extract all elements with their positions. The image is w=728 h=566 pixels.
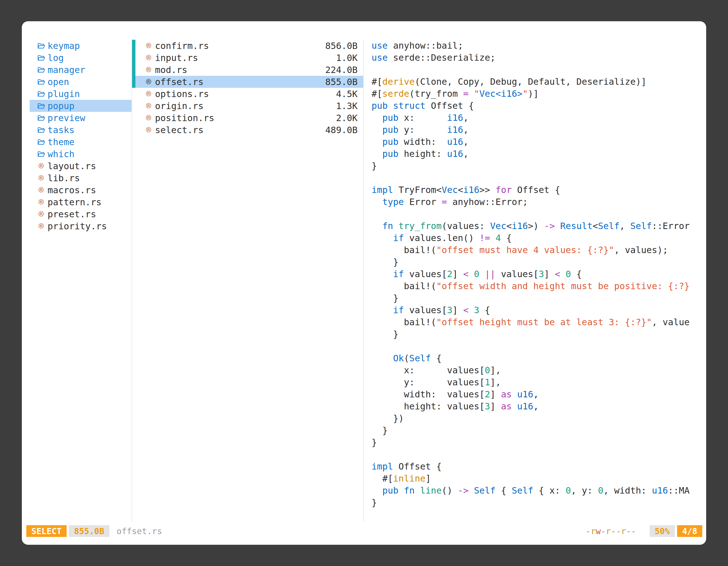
entry-label: priority.rs <box>48 221 107 232</box>
sidebar-item-pattern-rs[interactable]: ®pattern.rs <box>30 196 131 208</box>
entry-label: confirm.rs <box>155 41 209 51</box>
file-item-confirm-rs[interactable]: ®confirm.rs856.0B <box>132 40 363 52</box>
rust-file-icon: ® <box>37 185 45 195</box>
parent-pane: keymaplogmanageropenpluginpopuppreviewta… <box>30 40 131 522</box>
file-item-position-rs[interactable]: ®position.rs2.0K <box>132 112 363 124</box>
code-line: } <box>372 256 699 268</box>
rust-file-icon: ® <box>144 89 153 99</box>
code-line: bail!("offset width and height must be p… <box>372 280 699 292</box>
code-line: #[serde(try_from = "Vec<i16>")] <box>372 88 699 100</box>
folder-open-icon <box>37 78 45 86</box>
code-line: pub fn line() -> Self { Self { x: 0, y: … <box>372 485 699 497</box>
sidebar-item-lib-rs[interactable]: ®lib.rs <box>30 172 131 184</box>
code-line: x: values[0], <box>372 364 699 376</box>
code-line <box>372 172 699 184</box>
current-pane: ®confirm.rs856.0B®input.rs1.0K®mod.rs224… <box>131 40 363 522</box>
code-line: fn try_from(values: Vec<i16>) -> Result<… <box>372 220 699 232</box>
rust-file-icon: ® <box>37 173 45 183</box>
selected-marker <box>132 52 135 64</box>
code-line: } <box>372 292 699 304</box>
sidebar-item-priority-rs[interactable]: ®priority.rs <box>30 220 131 232</box>
code-line: if values[3] < 3 { <box>372 304 699 316</box>
file-size: 1.3K <box>336 101 358 111</box>
panes: keymaplogmanageropenpluginpopuppreviewta… <box>22 21 706 522</box>
sidebar-item-log[interactable]: log <box>30 52 131 64</box>
rust-file-icon: ® <box>144 77 153 87</box>
entry-label: tasks <box>48 125 74 135</box>
entry-label: preset.rs <box>48 209 96 220</box>
entry-label: mod.rs <box>155 65 187 75</box>
code-line: impl TryFrom<Vec<i16>> for Offset { <box>372 184 699 196</box>
file-item-select-rs[interactable]: ®select.rs489.0B <box>132 124 363 136</box>
code-line: if values.len() != 4 { <box>372 232 699 244</box>
entry-label: lib.rs <box>48 173 80 184</box>
code-line: bail!("offset must have 4 values: {:?}",… <box>372 244 699 256</box>
entry-label: popup <box>48 101 74 111</box>
sidebar-item-popup[interactable]: popup <box>30 100 131 112</box>
folder-open-icon <box>37 42 45 50</box>
code-line: bail!("offset height must be at least 3:… <box>372 316 699 328</box>
sidebar-item-theme[interactable]: theme <box>30 136 131 148</box>
code-line: type Error = anyhow::Error; <box>372 196 699 208</box>
sidebar-item-macros-rs[interactable]: ®macros.rs <box>30 184 131 196</box>
folder-open-icon <box>37 66 45 74</box>
rust-file-icon: ® <box>37 161 45 171</box>
entry-label: position.rs <box>155 113 214 123</box>
rust-file-icon: ® <box>144 113 153 123</box>
sidebar-item-plugin[interactable]: plugin <box>30 88 131 100</box>
code-line: height: values[3] as u16, <box>372 400 699 412</box>
code-line: y: values[1], <box>372 376 699 388</box>
sidebar-item-preview[interactable]: preview <box>30 112 131 124</box>
folder-open-icon <box>37 102 45 110</box>
entry-label: log <box>48 53 64 63</box>
folder-open-icon <box>37 126 45 134</box>
entry-label: origin.rs <box>155 101 203 111</box>
file-item-input-rs[interactable]: ®input.rs1.0K <box>132 52 363 64</box>
file-item-mod-rs[interactable]: ®mod.rs224.0B <box>132 64 363 76</box>
code-line: Ok(Self { <box>372 352 699 364</box>
code-line: if values[2] < 0 || values[3] < 0 { <box>372 268 699 280</box>
selected-marker <box>132 64 135 76</box>
sidebar-item-keymap[interactable]: keymap <box>30 40 131 52</box>
sidebar-item-tasks[interactable]: tasks <box>30 124 131 136</box>
code-line: pub width: u16, <box>372 136 699 148</box>
entry-label: preview <box>48 113 85 123</box>
code-line: } <box>372 436 699 448</box>
folder-open-icon <box>37 138 45 146</box>
file-item-offset-rs[interactable]: ®offset.rs855.0B <box>132 76 363 88</box>
folder-open-icon <box>37 150 45 158</box>
entry-label: which <box>48 149 74 159</box>
file-size: 856.0B <box>325 41 358 51</box>
file-size: 489.0B <box>325 125 358 135</box>
sidebar-item-layout-rs[interactable]: ®layout.rs <box>30 160 131 172</box>
rust-file-icon: ® <box>37 209 45 219</box>
sidebar-item-open[interactable]: open <box>30 76 131 88</box>
code-line <box>372 208 699 220</box>
cursor-position-badge: 4/8 <box>677 525 702 537</box>
folder-open-icon <box>37 90 45 98</box>
mode-badge: SELECT <box>26 525 67 537</box>
code-line: #[derive(Clone, Copy, Debug, Default, De… <box>372 76 699 88</box>
preview-pane[interactable]: use anyhow::bail;use serde::Deserialize;… <box>363 40 699 522</box>
code-line: pub x: i16, <box>372 112 699 124</box>
code-line: use serde::Deserialize; <box>372 52 699 64</box>
status-bar: SELECT 855.0B offset.rs -rw-r--r-- 50% 4… <box>22 522 706 545</box>
code-line: pub y: i16, <box>372 124 699 136</box>
sidebar-item-manager[interactable]: manager <box>30 64 131 76</box>
entry-label: options.rs <box>155 89 209 99</box>
rust-file-icon: ® <box>144 41 153 51</box>
file-size: 2.0K <box>336 113 358 123</box>
sidebar-item-which[interactable]: which <box>30 148 131 160</box>
rust-file-icon: ® <box>144 125 153 135</box>
sidebar-item-preset-rs[interactable]: ®preset.rs <box>30 208 131 220</box>
entry-label: pattern.rs <box>48 197 102 208</box>
entry-label: input.rs <box>155 53 198 63</box>
file-item-options-rs[interactable]: ®options.rs4.5K <box>132 88 363 100</box>
entry-label: theme <box>48 137 74 147</box>
code-line: use anyhow::bail; <box>372 40 699 52</box>
file-size: 4.5K <box>336 89 358 99</box>
entry-label: offset.rs <box>155 77 203 87</box>
file-item-origin-rs[interactable]: ®origin.rs1.3K <box>132 100 363 112</box>
file-size: 224.0B <box>325 65 358 75</box>
permissions: -rw-r--r-- <box>586 526 636 536</box>
